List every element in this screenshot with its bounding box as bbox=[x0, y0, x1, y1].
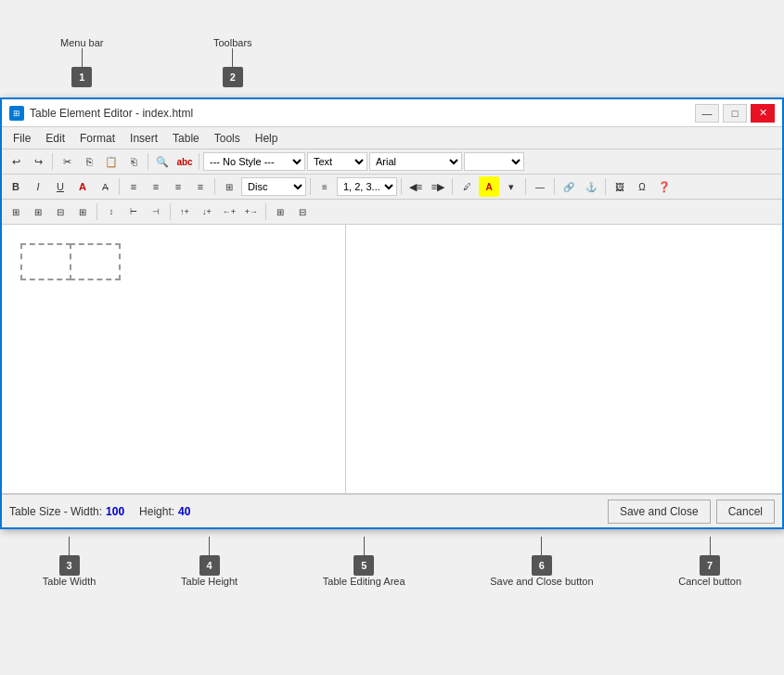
menu-table[interactable]: Table bbox=[165, 130, 207, 147]
editor-area[interactable] bbox=[2, 225, 782, 494]
menu-edit[interactable]: Edit bbox=[38, 130, 72, 147]
titlebar: ⊞ Table Element Editor - index.html — □ … bbox=[2, 99, 782, 127]
table-cell-1 bbox=[20, 243, 71, 280]
annotation-label-toolbars: Toolbars bbox=[213, 37, 252, 48]
undo-button[interactable]: ↩ bbox=[6, 151, 26, 172]
badge-1: 1 bbox=[71, 67, 92, 87]
split-cell-button[interactable]: ⊟ bbox=[292, 201, 313, 222]
menu-file[interactable]: File bbox=[6, 130, 38, 147]
highlight-button[interactable]: 🖊 bbox=[456, 176, 477, 197]
menu-insert[interactable]: Insert bbox=[122, 130, 165, 147]
badge-6: 6 bbox=[532, 555, 552, 576]
table-props-button[interactable]: ⊞ bbox=[6, 201, 26, 222]
ann-editing-area: 5 Table Editing Area bbox=[323, 537, 405, 587]
align-right-button[interactable]: ≡ bbox=[168, 176, 188, 197]
add-row-after-button[interactable]: ↓+ bbox=[197, 201, 217, 222]
toolbar-row3: ⊞ ⊞ ⊟ ⊞ ↕ ⊢ ⊣ ↑+ ↓+ ←+ +→ ⊞ ⊟ bbox=[2, 200, 782, 225]
spellcheck-button[interactable]: abc bbox=[174, 151, 195, 172]
add-col-before-button[interactable]: ←+ bbox=[219, 201, 239, 222]
cut-button[interactable]: ✂ bbox=[57, 151, 77, 172]
hr-button[interactable]: — bbox=[530, 176, 550, 197]
font-color-button[interactable]: A bbox=[72, 176, 93, 197]
sep9 bbox=[525, 178, 526, 195]
cell-split-button[interactable]: ⊢ bbox=[123, 201, 144, 222]
toolbar-row1: ↩ ↪ ✂ ⎘ 📋 ⎗ 🔍 abc --- No Style --- Text … bbox=[2, 149, 782, 175]
italic-button[interactable]: I bbox=[28, 176, 48, 197]
sep5 bbox=[214, 178, 215, 195]
table-grid-button2[interactable]: ⊟ bbox=[50, 201, 71, 222]
sep1 bbox=[52, 153, 53, 170]
annotation-label-menubar: Menu bar bbox=[60, 37, 103, 48]
underline-button[interactable]: U bbox=[50, 176, 71, 197]
text-highlight-button[interactable]: A bbox=[479, 176, 499, 197]
justify-button[interactable]: ≡ bbox=[190, 176, 211, 197]
ann-save-close: 6 Save and Close button bbox=[490, 537, 593, 587]
anchor-button[interactable]: ⚓ bbox=[581, 176, 601, 197]
ann-label-7: Cancel button bbox=[678, 576, 741, 587]
paste-special-button[interactable]: ⎗ bbox=[123, 151, 144, 172]
sep13 bbox=[170, 203, 171, 220]
close-button[interactable]: ✕ bbox=[751, 104, 775, 123]
badge-5: 5 bbox=[353, 555, 374, 576]
sep14 bbox=[265, 203, 266, 220]
indent-increase-button[interactable]: ≡▶ bbox=[428, 176, 448, 197]
badge-4: 4 bbox=[199, 555, 220, 576]
find-button[interactable]: 🔍 bbox=[152, 151, 173, 172]
ann-cancel: 7 Cancel button bbox=[678, 537, 741, 587]
editor-content[interactable] bbox=[11, 234, 773, 290]
table-grid-button1[interactable]: ⊞ bbox=[28, 201, 48, 222]
table-grid-button3[interactable]: ⊞ bbox=[72, 201, 93, 222]
align-center-button[interactable]: ≡ bbox=[146, 176, 166, 197]
ann-label-5: Table Editing Area bbox=[323, 576, 405, 587]
add-row-before-button[interactable]: ↑+ bbox=[174, 201, 195, 222]
row-props-button[interactable]: ↕ bbox=[101, 201, 122, 222]
style-select[interactable]: --- No Style --- bbox=[203, 152, 305, 171]
vertical-divider bbox=[345, 225, 346, 494]
table-height-value: 40 bbox=[178, 505, 190, 518]
sep3 bbox=[199, 153, 199, 170]
menu-tools[interactable]: Tools bbox=[207, 130, 248, 147]
cell-merge-button[interactable]: ⊣ bbox=[146, 201, 166, 222]
badge-2: 2 bbox=[223, 67, 243, 87]
menu-help[interactable]: Help bbox=[248, 130, 286, 147]
menu-format[interactable]: Format bbox=[72, 130, 122, 147]
table-size-label: Table Size - Width: bbox=[9, 505, 102, 518]
sep11 bbox=[605, 178, 606, 195]
paste-button[interactable]: 📋 bbox=[101, 151, 122, 172]
help-icon-button[interactable]: ❓ bbox=[654, 176, 675, 197]
app-icon: ⊞ bbox=[9, 106, 24, 121]
sep10 bbox=[554, 178, 555, 195]
sep2 bbox=[148, 153, 148, 170]
cancel-button[interactable]: Cancel bbox=[716, 500, 775, 524]
merge-cells-button[interactable]: ⊞ bbox=[270, 201, 290, 222]
ann-table-width: 3 Table Width bbox=[43, 537, 96, 587]
redo-button[interactable]: ↪ bbox=[28, 151, 48, 172]
add-col-after-button[interactable]: +→ bbox=[241, 201, 262, 222]
image-button[interactable]: 🖼 bbox=[610, 176, 630, 197]
sep7 bbox=[401, 178, 402, 195]
save-close-button[interactable]: Save and Close bbox=[608, 500, 711, 524]
menu-bar-annotation: Menu bar 1 bbox=[60, 37, 103, 87]
format-select[interactable]: Text bbox=[307, 152, 367, 171]
font-size-select[interactable] bbox=[464, 152, 524, 171]
link-button[interactable]: 🔗 bbox=[559, 176, 579, 197]
align-left-button[interactable]: ≡ bbox=[123, 176, 144, 197]
list-style-button[interactable]: ≡ bbox=[315, 176, 335, 197]
sep4 bbox=[119, 178, 120, 195]
numbering-select[interactable]: 1, 2, 3... bbox=[337, 177, 397, 196]
special-char-button[interactable]: Ω bbox=[632, 176, 652, 197]
bold-button[interactable]: B bbox=[6, 176, 26, 197]
toolbar-row2: B I U A A̶ ≡ ≡ ≡ ≡ ⊞ Disc ≡ 1, 2, 3... ◀… bbox=[2, 175, 782, 200]
copy-button[interactable]: ⎘ bbox=[79, 151, 99, 172]
font-select[interactable]: Arial bbox=[369, 152, 462, 171]
sep8 bbox=[452, 178, 453, 195]
minimize-button[interactable]: — bbox=[695, 104, 719, 123]
list-style-select[interactable]: Disc bbox=[241, 177, 306, 196]
indent-decrease-button[interactable]: ◀≡ bbox=[405, 176, 426, 197]
dropdown-btn1[interactable]: ▾ bbox=[501, 176, 521, 197]
ann-table-height: 4 Table Height bbox=[181, 537, 238, 587]
strikethrough-button[interactable]: A̶ bbox=[95, 176, 115, 197]
table-preview bbox=[20, 243, 121, 280]
maximize-button[interactable]: □ bbox=[723, 104, 747, 123]
table-button[interactable]: ⊞ bbox=[219, 176, 239, 197]
